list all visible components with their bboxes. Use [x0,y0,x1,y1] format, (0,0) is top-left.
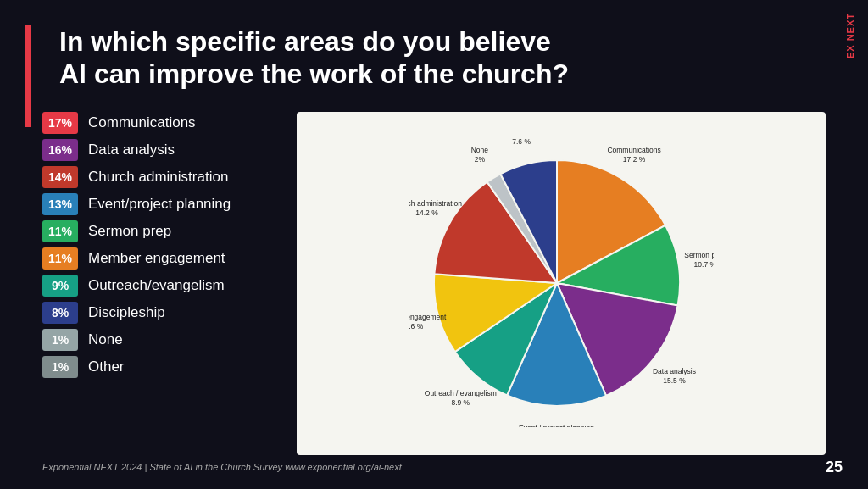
logo: EX NEXT [845,13,855,58]
legend-item: 13% Event/project planning [42,193,280,215]
legend-item: 1% None [42,329,280,351]
red-accent-bar [25,25,31,127]
pie-label: 8.9 % [451,398,470,407]
legend-list: 17% Communications 16% Data analysis 14%… [42,112,280,455]
legend-item: 1% Other [42,356,280,378]
pie-label: Communications [607,146,660,154]
legend-label: None [88,331,123,348]
pie-label: Event / project planning [519,425,594,428]
footer-text: Exponential NEXT 2024 | State of AI in t… [42,462,826,472]
legend-label: Outreach/evangelism [88,277,225,294]
legend-badge: 14% [42,166,78,188]
legend-badge: 17% [42,112,78,134]
pie-label: 15.5 % [663,377,686,386]
pie-label: Sermon prep [684,252,714,260]
pie-label: None [471,146,489,154]
pie-label: 10.7 % [694,261,714,270]
legend-label: Discipleship [88,304,165,321]
legend-item: 17% Communications [42,112,280,134]
legend-label: Member engagement [88,250,225,267]
pie-label: 2% [475,155,486,164]
legend-badge: 11% [42,247,78,270]
legend-label: Church administration [88,169,228,186]
legend-badge: 11% [42,220,78,242]
pie-label: 14.2 % [415,209,438,218]
pie-label: Data analysis [653,368,696,376]
chart-container: Communications17.2 %Sermon prep10.7 %Dat… [297,112,826,455]
slide-title: In which specific areas do you believe A… [59,25,826,91]
legend-label: Other [88,358,125,375]
pie-label: 10.6 % [409,322,424,331]
slide: In which specific areas do you believe A… [0,0,868,489]
legend-badge: 16% [42,139,78,161]
pie-label: 17.2 % [623,155,646,164]
pie-label: Outreach / evangelism [425,389,497,397]
legend-label: Data analysis [88,142,175,158]
pie-label: 7.6 % [512,139,531,146]
legend-badge: 9% [42,275,78,297]
legend-item: 8% Discipleship [42,302,280,324]
pie-label: Church administration [409,200,462,208]
legend-item: 11% Member engagement [42,247,280,270]
legend-badge: 1% [42,356,78,378]
legend-badge: 8% [42,302,78,324]
legend-badge: 1% [42,329,78,351]
legend-item: 11% Sermon prep [42,220,280,242]
content-area: 17% Communications 16% Data analysis 14%… [42,112,826,455]
pie-label: Member engagement [409,313,447,321]
legend-item: 14% Church administration [42,166,280,188]
legend-badge: 13% [42,193,78,215]
legend-label: Sermon prep [88,223,171,240]
legend-label: Communications [88,114,196,131]
legend-item: 9% Outreach/evangelism [42,275,280,297]
page-number: 25 [826,458,843,476]
legend-label: Event/project planning [88,196,231,213]
legend-item: 16% Data analysis [42,139,280,161]
